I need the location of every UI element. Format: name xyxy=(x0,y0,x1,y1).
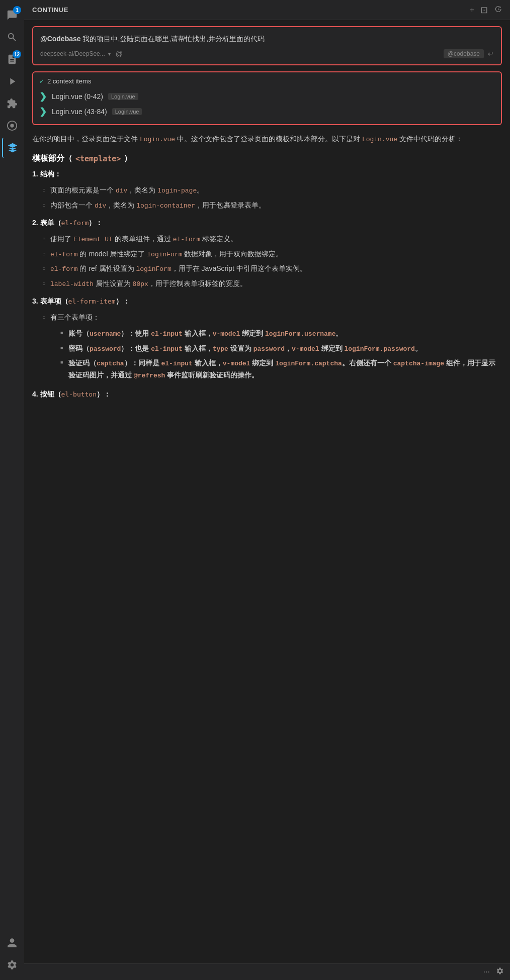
template-tag: <template> xyxy=(75,154,121,163)
settings-icon-bottom[interactable] xyxy=(496,967,504,977)
sidebar-item-codebase[interactable] xyxy=(2,138,22,158)
prompt-tags: @codebase ↵ xyxy=(444,49,494,58)
code-el-form-2: el-form xyxy=(173,236,201,243)
numbered-item-1: 1. 结构： 页面的根元素是一个 div，类名为 login-page。 内部包… xyxy=(32,170,502,213)
codebase-label: @codebase xyxy=(444,49,484,58)
sub-bullet-3-1: 账号（username）：使用 el-input 输入框，v-model 绑定到… xyxy=(60,326,502,341)
code-password-val: password xyxy=(253,345,285,353)
section-title-close: ） xyxy=(124,153,132,164)
code-vmodel-2: v-model xyxy=(292,345,319,353)
code-password: password xyxy=(90,345,121,353)
code-refresh: @refresh xyxy=(134,372,165,379)
sidebar-item-account[interactable] xyxy=(2,933,22,953)
content-area: @Codebase 我的项目中,登陆页面在哪里,请帮忙找出,并分析里面的代码 d… xyxy=(24,20,510,963)
chat-badge: 1 xyxy=(13,6,21,14)
code-vmodel-1: v-model xyxy=(213,330,240,338)
numbered-item-4: 4. 按钮（el-button）： xyxy=(32,390,502,399)
code-el-form-3: el-form xyxy=(50,251,78,258)
history-button[interactable] xyxy=(494,5,502,15)
model-dropdown-icon: ▾ xyxy=(108,51,111,57)
code-el-input-2: el-input xyxy=(151,345,182,353)
code-captcha-image: captcha-image xyxy=(393,360,444,367)
bullet-list-2: 使用了 Element UI 的表单组件，通过 el-form 标签定义。 el… xyxy=(32,232,502,291)
username-label: 账号（username）：使用 el-input 输入框，v-model 绑定到… xyxy=(68,329,343,337)
code-loginform-captcha: loginForm.captcha xyxy=(275,360,342,367)
bullet-2-4: label-width 属性设置为 80px，用于控制表单项标签的宽度。 xyxy=(42,276,502,291)
code-el-input-3: el-input xyxy=(161,360,193,367)
code-el-form: el-form xyxy=(61,219,89,227)
bullet-2-1: 使用了 Element UI 的表单组件，通过 el-form 标签定义。 xyxy=(42,232,502,246)
response-code-1: Login.vue xyxy=(140,136,175,143)
at-icon: @ xyxy=(116,50,123,58)
account-icon xyxy=(7,937,18,948)
model-selector[interactable]: deepseek-ai/DeepSee... ▾ @ xyxy=(40,50,123,58)
code-captcha: captcha xyxy=(97,360,124,367)
codebase-icon xyxy=(7,142,18,153)
numbered-item-3: 3. 表单项（el-form-item）： 有三个表单项： 账号（usernam… xyxy=(32,297,502,384)
code-el-button: el-button xyxy=(61,390,97,398)
context-box: ✓ 2 context items ❯ Login.vue (0-42) Log… xyxy=(32,71,502,125)
sidebar-item-search[interactable] xyxy=(2,27,22,47)
sidebar-item-remote[interactable] xyxy=(2,116,22,136)
code-vmodel-3: v-model xyxy=(223,360,250,367)
sub-bullet-list-3: 账号（username）：使用 el-input 输入框，v-model 绑定到… xyxy=(50,326,502,382)
settings-icon xyxy=(7,959,18,970)
context-item-1[interactable]: ❯ Login.vue (43-84) Login.vue xyxy=(39,104,495,119)
sidebar-item-run[interactable] xyxy=(2,71,22,91)
sub-bullet-3-2: 密码（password）：也是 el-input 输入框，type 设置为 pa… xyxy=(60,341,502,356)
context-file-1: Login.vue (43-84) xyxy=(52,108,107,116)
context-file-0: Login.vue (0-42) xyxy=(52,92,103,101)
bullet-1-1: 页面的根元素是一个 div，类名为 login-page。 xyxy=(42,183,502,198)
bullet-list-1: 页面的根元素是一个 div，类名为 login-page。 内部包含一个 div… xyxy=(32,183,502,213)
sidebar-item-settings[interactable] xyxy=(2,955,22,975)
bullet-3-intro: 有三个表单项： 账号（username）：使用 el-input 输入框，v-m… xyxy=(42,310,502,384)
section-title-text: 模板部分（ xyxy=(32,153,72,164)
code-label-width: label-width xyxy=(50,280,94,288)
response-intro: 在你的项目中，登录页面位于文件 Login.vue 中。这个文件包含了登录页面的… xyxy=(32,133,502,145)
context-item-0[interactable]: ❯ Login.vue (0-42) Login.vue xyxy=(39,89,495,104)
header-actions: + ⊡ xyxy=(470,5,502,16)
check-icon: ✓ xyxy=(39,78,44,85)
svg-point-1 xyxy=(10,124,14,127)
prompt-text: @Codebase 我的项目中,登陆页面在哪里,请帮忙找出,并分析里面的代码 xyxy=(40,33,494,44)
numbered-label-1: 1. 结构： xyxy=(32,170,502,179)
code-loginform-username: loginForm.username xyxy=(265,330,335,338)
code-element-ui: Element UI xyxy=(73,236,113,243)
code-type: type xyxy=(213,345,228,353)
main-panel: CONTINUE + ⊡ @Codebase 我的项目中,登陆页面在哪里,请帮忙… xyxy=(24,0,510,980)
bullet-2-3: el-form 的 ref 属性设置为 loginForm，用于在 JavaSc… xyxy=(42,261,502,276)
code-el-input-1: el-input xyxy=(151,330,182,338)
code-div-2: div xyxy=(95,202,106,210)
context-count: 2 context items xyxy=(47,77,91,85)
bullet-1-2: 内部包含一个 div，类名为 login-container，用于包裹登录表单。 xyxy=(42,198,502,213)
search-icon xyxy=(7,32,18,43)
add-button[interactable]: + xyxy=(470,6,474,15)
vue-icon-0: ❯ xyxy=(39,91,47,102)
section-template: 模板部分（<template>） xyxy=(32,153,502,164)
code-el-form-4: el-form xyxy=(50,265,78,273)
prompt-body: 我的项目中,登陆页面在哪里,请帮忙找出,并分析里面的代码 xyxy=(82,35,265,43)
enter-icon: ↵ xyxy=(488,50,494,58)
sidebar-item-git[interactable]: 12 xyxy=(2,49,22,69)
sidebar-item-extensions[interactable] xyxy=(2,93,22,114)
model-name: deepseek-ai/DeepSee... xyxy=(40,50,105,57)
remote-icon xyxy=(7,120,18,131)
sidebar-item-chat[interactable]: 1 xyxy=(2,5,22,25)
numbered-item-2: 2. 表单（el-form）： 使用了 Element UI 的表单组件，通过 … xyxy=(32,219,502,291)
code-login-container: login-container xyxy=(136,202,195,210)
bottom-bar: ··· xyxy=(24,963,510,980)
code-username: username xyxy=(90,330,121,338)
ellipsis-icon[interactable]: ··· xyxy=(483,967,490,976)
prompt-box: @Codebase 我的项目中,登陆页面在哪里,请帮忙找出,并分析里面的代码 d… xyxy=(32,26,502,65)
response-code-2: Login.vue xyxy=(362,136,397,143)
vue-icon-1: ❯ xyxy=(39,106,47,117)
code-div: div xyxy=(116,187,127,194)
layout-button[interactable]: ⊡ xyxy=(480,5,488,16)
code-el-form-item: el-form-item xyxy=(68,298,116,305)
code-login-page: login-page xyxy=(157,187,197,194)
code-80px: 80px xyxy=(133,280,148,288)
header: CONTINUE + ⊡ xyxy=(24,0,510,20)
code-loginform: loginForm xyxy=(147,251,182,258)
git-badge: 12 xyxy=(13,50,21,58)
numbered-label-3: 3. 表单项（el-form-item）： xyxy=(32,297,502,306)
